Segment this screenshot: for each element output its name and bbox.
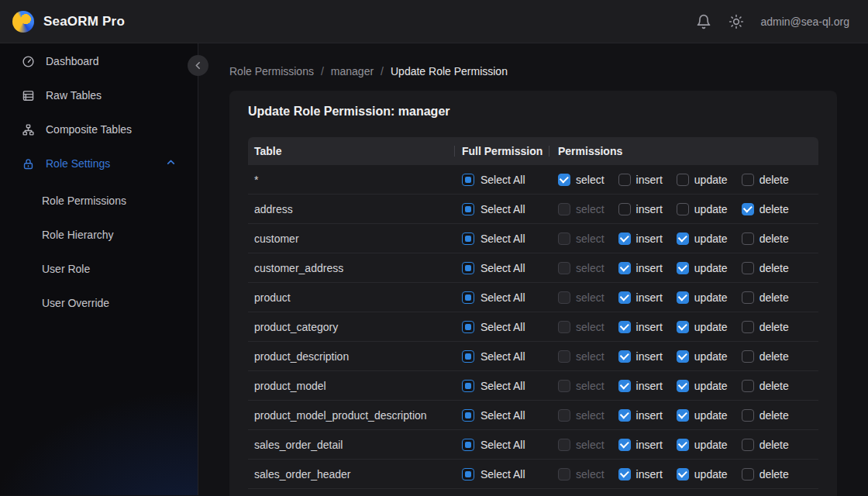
permission-item-insert[interactable]: insert: [618, 350, 663, 363]
select-checkbox[interactable]: [558, 232, 570, 245]
select-checkbox[interactable]: [558, 439, 570, 451]
update-checkbox[interactable]: [677, 409, 689, 422]
permission-item-delete[interactable]: delete: [742, 380, 789, 392]
delete-checkbox[interactable]: [742, 350, 754, 363]
delete-checkbox[interactable]: [742, 262, 754, 274]
permission-item-delete[interactable]: delete: [742, 468, 789, 480]
select-all-checkbox[interactable]: [462, 291, 474, 304]
insert-checkbox[interactable]: [618, 262, 631, 274]
update-checkbox[interactable]: [677, 439, 689, 451]
permission-item-select[interactable]: select: [558, 232, 604, 245]
delete-checkbox[interactable]: [742, 380, 754, 392]
permission-item-insert[interactable]: insert: [618, 174, 663, 186]
sidebar-item-role-permissions[interactable]: Role Permissions: [0, 184, 198, 218]
permission-item-update[interactable]: update: [677, 380, 728, 392]
select-all-checkbox[interactable]: [462, 232, 474, 245]
delete-checkbox[interactable]: [742, 439, 754, 451]
permission-item-update[interactable]: update: [677, 409, 728, 422]
insert-checkbox[interactable]: [618, 232, 631, 245]
permission-item-select[interactable]: select: [558, 468, 604, 480]
insert-checkbox[interactable]: [618, 291, 631, 304]
permission-item-select[interactable]: select: [558, 203, 604, 215]
update-checkbox[interactable]: [677, 262, 689, 274]
sidebar-item-user-role[interactable]: User Role: [0, 252, 198, 286]
sidebar-item-raw-tables[interactable]: Raw Tables: [0, 78, 198, 112]
permission-item-select[interactable]: select: [558, 439, 604, 451]
permission-item-insert[interactable]: insert: [618, 232, 663, 245]
permission-item-insert[interactable]: insert: [618, 203, 663, 215]
select-checkbox[interactable]: [558, 203, 570, 215]
permission-item-insert[interactable]: insert: [618, 291, 663, 304]
permission-item-delete[interactable]: delete: [742, 439, 789, 451]
permission-item-insert[interactable]: insert: [618, 321, 663, 333]
update-checkbox[interactable]: [677, 174, 689, 186]
permission-item-update[interactable]: update: [677, 203, 728, 215]
select-all-checkbox[interactable]: [462, 203, 474, 215]
update-checkbox[interactable]: [677, 203, 689, 215]
permission-item-delete[interactable]: delete: [742, 321, 789, 333]
insert-checkbox[interactable]: [618, 203, 631, 215]
select-checkbox[interactable]: [558, 468, 570, 480]
theme-sun-icon[interactable]: [728, 13, 745, 30]
permission-item-update[interactable]: update: [677, 468, 728, 480]
select-all-checkbox[interactable]: [462, 321, 474, 333]
user-email[interactable]: admin@sea-ql.org: [760, 16, 849, 28]
select-checkbox[interactable]: [558, 262, 570, 274]
select-checkbox[interactable]: [558, 321, 570, 333]
bell-icon[interactable]: [695, 13, 712, 30]
permission-item-update[interactable]: update: [677, 174, 728, 186]
permission-item-update[interactable]: update: [677, 350, 728, 363]
permission-item-insert[interactable]: insert: [618, 439, 663, 451]
permission-item-select[interactable]: select: [558, 350, 604, 363]
permission-item-update[interactable]: update: [677, 232, 728, 245]
permission-item-delete[interactable]: delete: [742, 174, 789, 186]
permission-item-insert[interactable]: insert: [618, 262, 663, 274]
permission-item-delete[interactable]: delete: [742, 262, 789, 274]
select-all-checkbox[interactable]: [462, 439, 474, 451]
sidebar-item-composite-tables[interactable]: Composite Tables: [0, 112, 198, 146]
select-all-checkbox[interactable]: [462, 468, 474, 480]
update-checkbox[interactable]: [677, 321, 689, 333]
sidebar-item-role-hierarchy[interactable]: Role Hierarchy: [0, 218, 198, 252]
insert-checkbox[interactable]: [618, 380, 631, 392]
permission-item-delete[interactable]: delete: [742, 291, 789, 304]
insert-checkbox[interactable]: [618, 439, 631, 451]
permission-item-update[interactable]: update: [677, 321, 728, 333]
update-checkbox[interactable]: [677, 232, 689, 245]
permission-item-delete[interactable]: delete: [742, 203, 789, 215]
select-checkbox[interactable]: [558, 350, 570, 363]
select-all-checkbox[interactable]: [462, 262, 474, 274]
sidebar-item-role-settings[interactable]: Role Settings: [0, 146, 198, 181]
delete-checkbox[interactable]: [742, 291, 754, 304]
permission-item-delete[interactable]: delete: [742, 232, 789, 245]
update-checkbox[interactable]: [677, 350, 689, 363]
permission-item-update[interactable]: update: [677, 262, 728, 274]
delete-checkbox[interactable]: [742, 409, 754, 422]
delete-checkbox[interactable]: [742, 321, 754, 333]
select-all-checkbox[interactable]: [462, 174, 474, 186]
delete-checkbox[interactable]: [742, 468, 754, 480]
insert-checkbox[interactable]: [618, 321, 631, 333]
insert-checkbox[interactable]: [618, 174, 631, 186]
permission-item-insert[interactable]: insert: [618, 380, 663, 392]
select-checkbox[interactable]: [558, 409, 570, 422]
insert-checkbox[interactable]: [618, 409, 631, 422]
sidebar-item-user-override[interactable]: User Override: [0, 286, 198, 320]
permission-item-insert[interactable]: insert: [618, 409, 663, 422]
update-checkbox[interactable]: [677, 468, 689, 480]
update-checkbox[interactable]: [677, 380, 689, 392]
permission-item-update[interactable]: update: [677, 291, 728, 304]
select-checkbox[interactable]: [558, 291, 570, 304]
update-checkbox[interactable]: [677, 291, 689, 304]
permission-item-select[interactable]: select: [558, 380, 604, 392]
select-all-checkbox[interactable]: [462, 380, 474, 392]
permission-item-select[interactable]: select: [558, 409, 604, 422]
permission-item-select[interactable]: select: [558, 321, 604, 333]
select-all-checkbox[interactable]: [462, 409, 474, 422]
breadcrumb-manager[interactable]: manager: [331, 65, 374, 78]
delete-checkbox[interactable]: [742, 174, 754, 186]
insert-checkbox[interactable]: [618, 350, 631, 363]
sidebar-collapse-button[interactable]: [188, 55, 208, 76]
delete-checkbox[interactable]: [742, 232, 754, 245]
permission-item-select[interactable]: select: [558, 291, 604, 304]
